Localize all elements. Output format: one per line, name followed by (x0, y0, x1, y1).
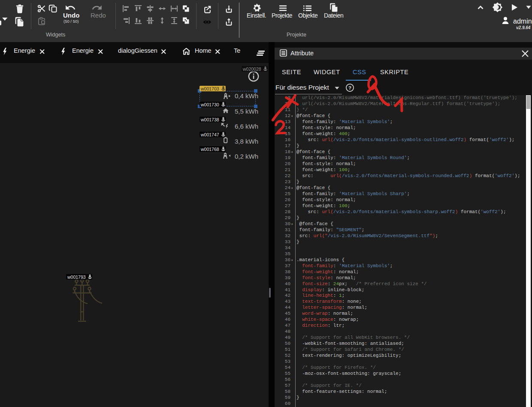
svg-text:?: ? (348, 85, 351, 90)
